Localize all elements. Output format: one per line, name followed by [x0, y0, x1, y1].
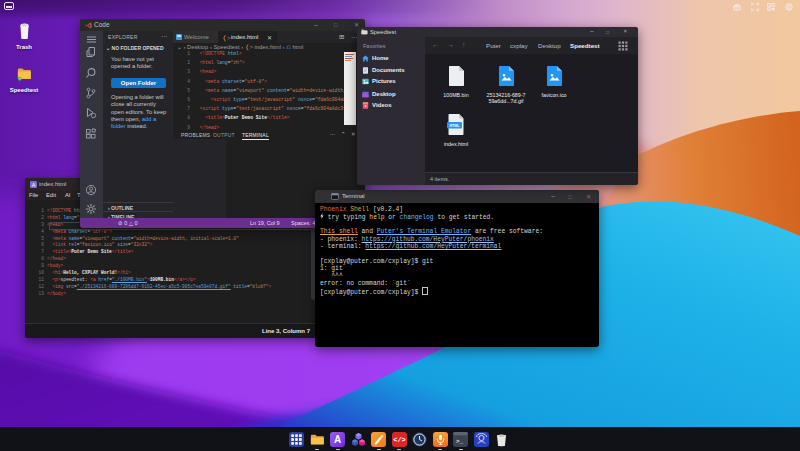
svg-text:</>: </> — [393, 436, 406, 444]
svg-text:A: A — [334, 434, 341, 445]
svg-text:>_: >_ — [456, 438, 464, 445]
svg-text:HTML: HTML — [450, 124, 461, 128]
svg-text:A: A — [31, 182, 35, 188]
